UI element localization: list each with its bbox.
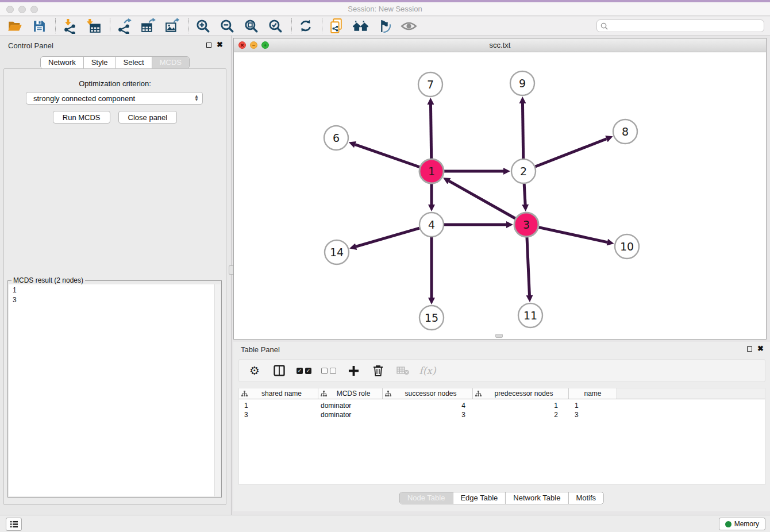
zoom-fit-icon[interactable] — [242, 17, 260, 34]
graph-node-2[interactable]: 2 — [511, 159, 536, 183]
cell-mcds-role[interactable]: dominator — [318, 410, 383, 419]
cell-shared-name[interactable]: 3 — [239, 410, 318, 419]
graph-edge-3-1[interactable] — [449, 181, 515, 218]
column-header-predecessor-nodes[interactable]: predecessor nodes — [473, 388, 569, 399]
graph-node-10[interactable]: 10 — [615, 234, 639, 259]
minimize-window-button[interactable] — [18, 6, 26, 13]
graph-edge-1-6[interactable] — [355, 145, 419, 167]
select-all-icon[interactable]: ✓✓ — [297, 363, 311, 378]
cell-successor-nodes[interactable]: 4 — [383, 401, 473, 410]
table-row[interactable]: 1 dominator 4 1 1 — [239, 401, 765, 410]
delete-table-icon[interactable] — [395, 363, 410, 378]
table-tabbar: Node Table Edge Table Network Table Moti… — [399, 492, 604, 504]
tab-network[interactable]: Network — [41, 57, 83, 68]
export-image-icon[interactable] — [163, 17, 182, 34]
column-header-mcds-role[interactable]: MCDS role — [318, 388, 383, 399]
network-close-button[interactable]: ✕ — [238, 41, 246, 49]
delete-column-icon[interactable] — [371, 363, 386, 378]
save-icon[interactable] — [30, 17, 48, 34]
column-header-successor-nodes[interactable]: successor nodes — [383, 388, 473, 399]
export-network-icon[interactable] — [115, 17, 133, 34]
graph-node-4[interactable]: 4 — [419, 213, 444, 237]
network-canvas[interactable]: 7968124314101511 — [234, 52, 766, 339]
column-header-name[interactable]: name — [569, 388, 617, 399]
cell-shared-name[interactable]: 1 — [239, 401, 318, 410]
graph-node-7[interactable]: 7 — [418, 72, 442, 97]
graph-edge-3-11[interactable] — [527, 237, 529, 295]
open-folder-icon[interactable] — [6, 17, 24, 34]
graph-node-6[interactable]: 6 — [324, 126, 348, 150]
tab-style[interactable]: Style — [83, 57, 116, 68]
graph-node-1[interactable]: 1 — [419, 159, 444, 183]
run-mcds-button[interactable]: Run MCDS — [53, 111, 110, 124]
cell-predecessor-nodes[interactable]: 1 — [473, 401, 569, 410]
tab-edge-table[interactable]: Edge Table — [452, 492, 505, 504]
canvas-resize-handle[interactable] — [495, 334, 503, 338]
tab-network-table[interactable]: Network Table — [505, 492, 568, 504]
clone-network-icon[interactable] — [327, 17, 345, 34]
table-row[interactable]: 3 dominator 3 2 3 — [239, 410, 765, 419]
cell-predecessor-nodes[interactable]: 2 — [473, 410, 569, 419]
graph-edge-2-3[interactable] — [524, 184, 525, 205]
settings-gear-icon[interactable]: ⚙ — [247, 363, 262, 378]
graph-edge-4-14[interactable] — [356, 228, 419, 246]
network-zoom-button[interactable]: + — [261, 41, 269, 49]
cell-mcds-role[interactable]: dominator — [318, 401, 383, 410]
result-scrollbar[interactable] — [214, 284, 221, 496]
zoom-in-icon[interactable] — [194, 17, 212, 34]
task-history-button[interactable] — [6, 518, 22, 531]
zoom-window-button[interactable] — [30, 6, 38, 13]
toolbar-separator — [110, 18, 110, 33]
search-input[interactable] — [610, 22, 760, 30]
close-panel-icon[interactable]: ✖ — [217, 40, 223, 49]
export-table-icon[interactable] — [139, 17, 157, 34]
import-table-icon[interactable] — [84, 17, 103, 34]
cell-name[interactable]: 1 — [569, 401, 617, 410]
column-type-icon — [321, 391, 327, 397]
graph-edge-2-9[interactable] — [522, 103, 523, 159]
tab-motifs[interactable]: Motifs — [568, 492, 603, 504]
float-table-panel-icon[interactable] — [747, 346, 752, 352]
memory-button[interactable]: Memory — [719, 518, 765, 530]
graph-node-15[interactable]: 15 — [419, 306, 444, 330]
refresh-layout-icon[interactable] — [297, 17, 315, 34]
graph-node-9[interactable]: 9 — [510, 71, 534, 95]
svg-text:14: 14 — [330, 246, 344, 259]
close-window-button[interactable] — [6, 6, 14, 13]
graph-node-14[interactable]: 14 — [325, 240, 349, 264]
graph-edge-1-7[interactable] — [430, 105, 431, 159]
zoom-out-icon[interactable] — [218, 17, 236, 34]
deselect-all-icon[interactable] — [321, 363, 336, 378]
cell-name[interactable]: 3 — [569, 410, 617, 419]
graph-edge-3-10[interactable] — [538, 228, 607, 242]
add-column-icon[interactable] — [346, 363, 361, 378]
graphics-details-icon[interactable] — [375, 17, 394, 34]
close-panel-button[interactable]: Close panel — [118, 111, 178, 124]
list-icon — [10, 521, 18, 528]
mcds-result-list[interactable]: 1 3 — [9, 284, 221, 496]
zoom-selected-icon[interactable] — [266, 17, 284, 34]
memory-label: Memory — [734, 520, 759, 528]
tab-mcds[interactable]: MCDS — [152, 57, 189, 68]
criterion-select[interactable]: strongly connected component ▲▼ — [26, 92, 203, 105]
eye-icon[interactable] — [399, 17, 418, 34]
float-panel-icon[interactable] — [206, 43, 211, 48]
network-window-titlebar[interactable]: ✕ − + scc.txt — [234, 38, 766, 52]
cell-successor-nodes[interactable]: 3 — [383, 410, 473, 419]
toggle-panes-icon[interactable] — [272, 363, 287, 378]
function-builder-icon[interactable]: f(x) — [420, 363, 435, 378]
tab-select[interactable]: Select — [116, 57, 152, 68]
tab-node-table[interactable]: Node Table — [400, 492, 453, 504]
graph-edge-2-8[interactable] — [535, 139, 606, 167]
search-box[interactable] — [596, 20, 764, 32]
network-minimize-button[interactable]: − — [250, 41, 257, 49]
close-table-panel-icon[interactable]: ✖ — [757, 344, 764, 353]
column-header-shared-name[interactable]: shared name — [239, 388, 318, 399]
graph-node-8[interactable]: 8 — [613, 119, 637, 144]
home-icon[interactable] — [351, 17, 369, 34]
graph-node-11[interactable]: 11 — [518, 303, 542, 327]
import-network-icon[interactable] — [60, 17, 79, 34]
svg-text:4: 4 — [428, 218, 435, 231]
table-panel: Table Panel ✖ ⚙ ✓✓ f(x) shared name MCD — [233, 342, 770, 511]
graph-node-3[interactable]: 3 — [514, 213, 538, 237]
